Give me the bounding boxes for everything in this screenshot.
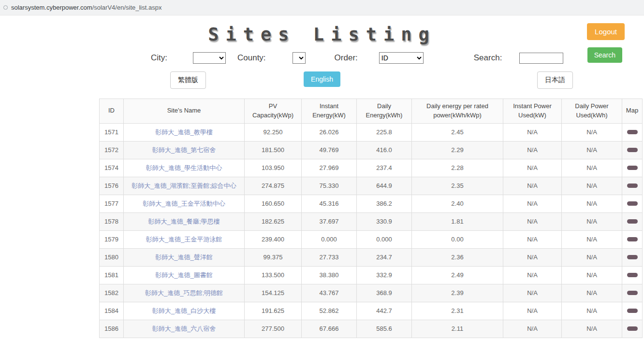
- pv-capacity-cell: 133.500: [245, 266, 302, 284]
- map-cell: [622, 266, 643, 284]
- map-link-icon[interactable]: [627, 291, 638, 295]
- site-name-link[interactable]: 彰師大_進德_教學樓: [155, 128, 212, 136]
- energy-per-rated-power-cell: 2.11: [412, 320, 503, 338]
- column-header: Daily Power Used(kWh): [562, 99, 622, 124]
- map-link-icon[interactable]: [627, 184, 638, 188]
- pv-capacity-cell: 160.650: [245, 195, 302, 212]
- order-select[interactable]: ID: [379, 52, 424, 64]
- main-content: Sites Listing Logout City: County: Order…: [0, 15, 644, 338]
- site-name-link[interactable]: 彰師大_進德_六八宿舍: [152, 325, 216, 332]
- map-cell: [622, 177, 643, 195]
- map-link-icon[interactable]: [627, 201, 638, 206]
- column-header: Map: [622, 99, 643, 124]
- map-link-icon[interactable]: [627, 309, 638, 313]
- pv-capacity-cell: 239.400: [245, 230, 302, 248]
- daily-energy-cell: 416.0: [357, 141, 412, 159]
- site-name-cell: 彰師大_進德_湖濱館;至善館;綜合中心: [124, 177, 245, 195]
- energy-per-rated-power-cell: 2.40: [412, 195, 503, 212]
- energy-per-rated-power-cell: 1.81: [412, 212, 503, 230]
- daily-energy-cell: 585.6: [357, 320, 412, 338]
- pv-capacity-cell: 181.500: [245, 141, 302, 159]
- map-link-icon[interactable]: [627, 130, 638, 134]
- search-input[interactable]: [519, 53, 563, 64]
- daily-energy-cell: 442.7: [357, 302, 412, 320]
- site-name-link[interactable]: 彰師大_進德_餐廳;學思樓: [148, 218, 220, 225]
- site-name-cell: 彰師大_進德_聲洋館: [124, 248, 245, 266]
- pv-capacity-cell: 103.950: [245, 159, 302, 177]
- site-name-link[interactable]: 彰師大_進德_巧思館;明德館: [145, 289, 223, 297]
- county-label: County:: [237, 53, 266, 63]
- logout-button[interactable]: Logout: [587, 23, 625, 40]
- map-link-icon[interactable]: [627, 273, 638, 277]
- site-name-link[interactable]: 彰師大_進德_湖濱館;至善館;綜合中心: [132, 182, 236, 189]
- site-name-link[interactable]: 彰師大_進德_白沙大樓: [152, 307, 216, 314]
- map-cell: [622, 302, 643, 320]
- instant-power-used-cell: N/A: [503, 320, 562, 338]
- site-name-link[interactable]: 彰師大_進德_王金平游泳館: [146, 236, 222, 243]
- city-select[interactable]: [193, 52, 226, 64]
- table-header-row: IDSite's NamePV Capacity(kWp)Instant Ene…: [100, 99, 643, 124]
- daily-power-used-cell: N/A: [562, 320, 622, 338]
- pv-capacity-cell: 191.625: [245, 302, 302, 320]
- map-link-icon[interactable]: [627, 237, 638, 241]
- daily-energy-cell: 234.7: [357, 248, 412, 266]
- instant-power-used-cell: N/A: [503, 141, 562, 159]
- map-link-icon[interactable]: [627, 326, 638, 331]
- map-cell: [622, 123, 643, 141]
- daily-energy-cell: 225.8: [357, 123, 412, 141]
- energy-per-rated-power-cell: 2.39: [412, 284, 503, 302]
- address-bar[interactable]: solarsystem.cyberpower.com/solarV4/en/si…: [0, 0, 644, 15]
- site-name-cell: 彰師大_進德_第七宿舍: [124, 141, 245, 159]
- pv-capacity-cell: 277.500: [245, 320, 302, 338]
- daily-power-used-cell: N/A: [562, 266, 622, 284]
- instant-energy-cell: 27.969: [302, 159, 357, 177]
- language-row: 繁體版 English 日本語: [0, 71, 644, 89]
- table-row: 1586彰師大_進德_六八宿舍277.50067.666585.62.11N/A…: [100, 320, 643, 338]
- daily-power-used-cell: N/A: [562, 123, 622, 141]
- site-name-cell: 彰師大_進德_王金平游泳館: [124, 230, 245, 248]
- site-name-link[interactable]: 彰師大_進德_第七宿舍: [152, 146, 216, 154]
- table-row: 1581彰師大_進德_圖書館133.50038.380332.92.49N/AN…: [100, 266, 643, 284]
- column-header: ID: [100, 99, 124, 124]
- site-id-cell: 1581: [100, 266, 124, 284]
- county-select[interactable]: [293, 52, 306, 64]
- map-cell: [622, 320, 643, 338]
- language-traditional-chinese-button[interactable]: 繁體版: [170, 71, 206, 89]
- instant-power-used-cell: N/A: [503, 159, 562, 177]
- page: solarsystem.cyberpower.com/solarV4/en/si…: [0, 0, 644, 339]
- sites-table-body: 1571彰師大_進德_教學樓92.25026.026225.82.45N/AN/…: [100, 123, 643, 338]
- instant-power-used-cell: N/A: [503, 177, 562, 195]
- instant-energy-cell: 37.697: [302, 212, 357, 230]
- table-row: 1582彰師大_進德_巧思館;明德館154.12543.767368.92.39…: [100, 284, 643, 302]
- site-name-cell: 彰師大_進德_圖書館: [124, 266, 245, 284]
- language-japanese-button[interactable]: 日本語: [537, 71, 573, 89]
- table-row: 1578彰師大_進德_餐廳;學思樓182.62537.697330.91.81N…: [100, 212, 643, 230]
- column-header: PV Capacity(kWp): [245, 99, 302, 124]
- search-button[interactable]: Search: [587, 47, 622, 63]
- site-name-link[interactable]: 彰師大_進德_聲洋館: [155, 254, 212, 261]
- instant-energy-cell: 75.330: [302, 177, 357, 195]
- site-name-link[interactable]: 彰師大_進德_學生活動中心: [146, 164, 222, 171]
- map-link-icon[interactable]: [627, 166, 638, 170]
- site-name-link[interactable]: 彰師大_進德_王金平活動中心: [143, 200, 225, 207]
- url-path: /solarV4/en/site_list.aspx: [92, 4, 162, 11]
- site-id-cell: 1586: [100, 320, 124, 338]
- map-link-icon[interactable]: [627, 148, 638, 152]
- language-english-button[interactable]: English: [304, 71, 340, 87]
- map-link-icon[interactable]: [627, 255, 638, 259]
- instant-energy-cell: 0.000: [302, 230, 357, 248]
- map-cell: [622, 212, 643, 230]
- site-name-cell: 彰師大_進德_教學樓: [124, 123, 245, 141]
- energy-per-rated-power-cell: 0.00: [412, 230, 503, 248]
- map-link-icon[interactable]: [627, 219, 638, 224]
- order-filter-group: Order: ID: [335, 52, 424, 64]
- pv-capacity-cell: 99.375: [245, 248, 302, 266]
- map-cell: [622, 195, 643, 212]
- instant-energy-cell: 52.862: [302, 302, 357, 320]
- site-name-link[interactable]: 彰師大_進德_圖書館: [155, 271, 212, 279]
- daily-power-used-cell: N/A: [562, 212, 622, 230]
- daily-power-used-cell: N/A: [562, 230, 622, 248]
- daily-energy-cell: 386.2: [357, 195, 412, 212]
- page-info-icon[interactable]: [3, 5, 8, 10]
- daily-power-used-cell: N/A: [562, 302, 622, 320]
